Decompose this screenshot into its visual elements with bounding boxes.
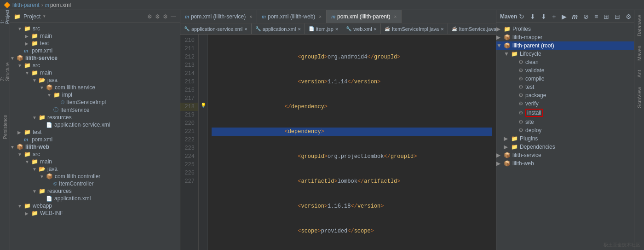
tree-item-service-src[interactable]: ▼ 📁 src bbox=[10, 62, 180, 69]
code-editor[interactable]: <groupId>org.android4</groupId> <version… bbox=[208, 35, 496, 250]
gear-icon[interactable]: ⚙ bbox=[163, 13, 168, 20]
tree-item-item-service[interactable]: ▶ Ⓘ ItemService bbox=[10, 106, 180, 114]
close-tab-parent[interactable]: × bbox=[394, 14, 397, 19]
maven-compile[interactable]: ▶ ⚙ compile bbox=[496, 75, 634, 83]
java-tab-icon: ☕ bbox=[385, 26, 390, 31]
tree-item-webapp[interactable]: ▼ 📁 webapp bbox=[10, 202, 180, 209]
maven-download-btn[interactable]: ⬇ bbox=[528, 12, 537, 21]
line-num-219: 219 bbox=[180, 111, 198, 119]
tree-item-service-test[interactable]: ▶ 📁 test bbox=[10, 128, 180, 136]
tree-item-impl[interactable]: ▼ 📁 impl bbox=[10, 91, 180, 99]
tab2-item-service-impl[interactable]: ☕ ItemServiceImpl.java × bbox=[381, 23, 448, 35]
webapp-icon: 📁 bbox=[24, 203, 31, 209]
maven-lilith-mapper[interactable]: ▶ 📦 lilith-mapper bbox=[496, 33, 634, 41]
tree-item-src[interactable]: ▼ 📁 src bbox=[10, 25, 180, 32]
maven-verify[interactable]: ▶ ⚙ verify bbox=[496, 99, 634, 108]
close-tab2-web-xml[interactable]: × bbox=[374, 26, 377, 32]
maven-site[interactable]: ▶ ⚙ site bbox=[496, 118, 634, 126]
tree-item-app-service-xml[interactable]: ▶ 📄 application-service.xml bbox=[10, 121, 180, 128]
maven-task-btn[interactable]: ≡ bbox=[592, 12, 600, 21]
gutter-220 bbox=[199, 117, 207, 126]
tree-item-service-main[interactable]: ▼ 📁 main bbox=[10, 69, 180, 76]
tab2-app-service-xml[interactable]: 🔧 application-service.xml × bbox=[180, 23, 252, 35]
maven-m-lilith-service[interactable]: ▶ 📦 lilith-service bbox=[496, 151, 634, 159]
settings-icon[interactable]: ⚙ bbox=[155, 13, 160, 20]
tab-pom-web[interactable]: m pom.xml (lilith-web) × bbox=[257, 10, 327, 23]
tree-item-pom1[interactable]: ▶ m pom.xml bbox=[10, 47, 180, 54]
maven-profiles[interactable]: ▶ 📁 Profiles bbox=[496, 25, 634, 33]
maven-collapse-btn[interactable]: ⊟ bbox=[613, 12, 622, 21]
project-dropdown[interactable]: Project ▼ bbox=[23, 13, 46, 20]
tree-item-web-src[interactable]: ▼ 📁 src bbox=[10, 151, 180, 158]
maven-lilith-parent[interactable]: ▼ 📦 lilith-parent (root) bbox=[496, 41, 634, 50]
deploy-gear-icon: ⚙ bbox=[518, 127, 523, 134]
project-label: Project bbox=[23, 13, 40, 20]
project-icon[interactable]: 1: Project bbox=[0, 12, 10, 21]
tree-item-resources1[interactable]: ▼ 📁 resources bbox=[10, 114, 180, 121]
tabs-bar: m pom.xml (lilith-service) × m pom.xml (… bbox=[180, 10, 496, 35]
tree-item-main[interactable]: ▶ 📁 main bbox=[10, 32, 180, 40]
maven-deploy[interactable]: ▶ ⚙ deploy bbox=[496, 126, 634, 134]
database-tab[interactable]: Database bbox=[636, 12, 643, 39]
tree-item-web-main[interactable]: ▼ 📁 main bbox=[10, 158, 180, 165]
line-numbers: 210 211 212 213 214 215 216 217 218 219 … bbox=[180, 35, 199, 250]
maven-lifecycle[interactable]: ▼ 📁 Lifecycle bbox=[496, 50, 634, 58]
tab-pom-service[interactable]: m pom.xml (lilith-service) × bbox=[180, 10, 257, 23]
tree-item-com-lilith-service[interactable]: ▼ 📦 com.lilith.service bbox=[10, 84, 180, 91]
maven-add-btn[interactable]: + bbox=[550, 12, 558, 21]
tab2-item-jsp[interactable]: 📄 item.jsp × bbox=[305, 23, 342, 35]
maven-download2-btn[interactable]: ⬇ bbox=[539, 12, 548, 21]
maven-package[interactable]: ▶ ⚙ package bbox=[496, 91, 634, 99]
close-tab-web[interactable]: × bbox=[319, 14, 322, 19]
tab2-app-xml[interactable]: 🔧 application.xml × bbox=[252, 23, 305, 35]
tree-item-service-java[interactable]: ▼ 📂 java bbox=[10, 76, 180, 84]
tree-item-web-inf[interactable]: ▶ 📁 WEB-INF bbox=[10, 209, 180, 217]
maven-validate[interactable]: ▶ ⚙ validate bbox=[496, 66, 634, 75]
maven-settings-btn[interactable]: ⚙ bbox=[624, 12, 633, 21]
persistence-icon[interactable]: Persistence bbox=[0, 122, 10, 132]
maven-skip-btn[interactable]: ⊘ bbox=[581, 12, 591, 21]
tree-item-com-lilith-controller[interactable]: ▼ 📦 com lilith controller bbox=[10, 173, 180, 180]
tree-item-app-xml[interactable]: ▶ 📄 application.xml bbox=[10, 195, 180, 202]
tree-item-lilith-service[interactable]: ▼ 📦 lilith-service bbox=[10, 54, 180, 62]
tree-item-web-java[interactable]: ▼ 📂 java bbox=[10, 165, 180, 173]
maven-install[interactable]: ▶ ⚙ install bbox=[496, 108, 634, 118]
sync-icon[interactable]: ⚙ bbox=[147, 13, 152, 20]
maven-run-btn[interactable]: ▶ bbox=[560, 12, 569, 21]
maven-clean[interactable]: ▶ ⚙ clean bbox=[496, 58, 634, 66]
folder-icon: 📁 bbox=[24, 25, 31, 32]
ant-tab[interactable]: Ant bbox=[636, 67, 643, 81]
scmview-tab[interactable]: ScmView bbox=[636, 84, 643, 111]
tree-item-test[interactable]: ▶ 📁 test bbox=[10, 40, 180, 47]
minimize-icon[interactable]: — bbox=[171, 13, 176, 20]
tab2-web-xml[interactable]: 🔧 web.xml × bbox=[342, 23, 381, 35]
tree-item-web-resources[interactable]: ▼ 📁 resources bbox=[10, 187, 180, 195]
maven-expand-btn[interactable]: ⊞ bbox=[602, 12, 611, 21]
close-tab2-jsp[interactable]: × bbox=[335, 26, 338, 32]
maven-refresh-btn[interactable]: ↻ bbox=[517, 12, 526, 21]
close-tab2-app-service[interactable]: × bbox=[244, 26, 247, 32]
structure-icon[interactable]: Z: Structure bbox=[0, 67, 10, 76]
tab2-item-service[interactable]: ☕ ItemService.java × bbox=[448, 23, 496, 35]
clean-gear-icon: ⚙ bbox=[518, 59, 523, 65]
tree-item-item-service-impl[interactable]: ▶ © ItemServiceImpl bbox=[10, 99, 180, 106]
tree-item-item-controller[interactable]: ▶ © ItemController bbox=[10, 180, 180, 187]
line-num-216: 216 bbox=[180, 86, 198, 94]
java-tab2-icon: ☕ bbox=[452, 26, 457, 31]
close-tab2-app[interactable]: × bbox=[298, 26, 300, 32]
maven-m-btn[interactable]: m bbox=[570, 12, 580, 21]
maven-tab[interactable]: Maven bbox=[636, 43, 643, 64]
maven-m-lilith-web[interactable]: ▶ 📦 lilith-web bbox=[496, 159, 634, 168]
maven-plugins[interactable]: ▶ 📁 Plugins bbox=[496, 134, 634, 143]
close-tab2-impl[interactable]: × bbox=[441, 26, 443, 32]
tree-item-service-pom[interactable]: ▶ m pom.xml bbox=[10, 136, 180, 143]
gutter-218[interactable]: 💡 bbox=[199, 101, 207, 109]
maven-test[interactable]: ▶ ⚙ test bbox=[496, 83, 634, 91]
editor-panel: m pom.xml (lilith-service) × m pom.xml (… bbox=[180, 10, 496, 250]
close-tab-service[interactable]: × bbox=[249, 14, 252, 19]
web-xml-icon: 🔧 bbox=[346, 26, 351, 31]
code-line-215: <artifactId>lombok</artifactId> bbox=[212, 177, 492, 186]
tree-item-lilith-web[interactable]: ▼ 📦 lilith-web bbox=[10, 143, 180, 151]
tab-pom-parent[interactable]: m pom.xml (lilith-parent) × bbox=[327, 10, 402, 23]
maven-dependencies[interactable]: ▶ 📁 Dependencies bbox=[496, 143, 634, 151]
